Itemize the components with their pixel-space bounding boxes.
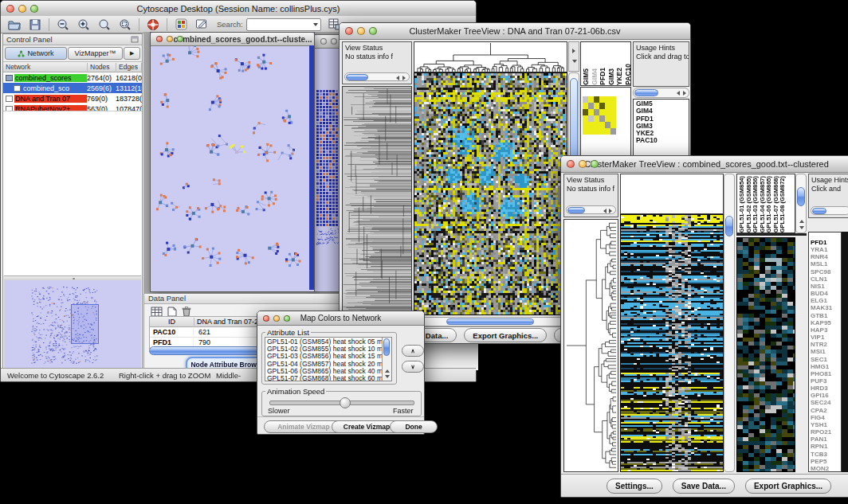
close-icon[interactable] [156,36,163,42]
treeview1-button[interactable]: Export Graphics... [464,328,547,342]
heatmap-global-view[interactable] [414,72,567,315]
column-dendrogram-panel[interactable] [414,41,567,72]
scroll-down-icon[interactable] [385,375,390,378]
annotation-icon-button[interactable] [194,18,209,32]
scroll-up-icon[interactable] [799,220,804,223]
scroll-thumb[interactable] [634,89,658,96]
column-label[interactable]: PAC10 [625,64,632,85]
gene-label[interactable]: GTB1 [811,312,841,319]
row-dendrogram-panel[interactable] [563,219,618,472]
treeview2-button[interactable]: Settings... [607,479,662,494]
search-input[interactable] [246,18,321,31]
column-label[interactable]: GPL51-07 (GSM868) [773,176,779,232]
gene-label[interactable]: YRA1 [811,246,841,253]
zoom-window-icon[interactable] [177,36,183,42]
scroll-thumb[interactable] [812,208,826,214]
gene-label[interactable]: ELG1 [811,297,841,304]
treeview2-button[interactable]: Export Graphics... [745,479,831,494]
save-button[interactable] [28,18,42,32]
move-down-button[interactable]: ∨ [402,361,424,373]
tab-network[interactable]: Network [5,47,67,60]
move-up-button[interactable]: ∧ [402,345,424,357]
scroll-right-icon[interactable] [402,76,406,80]
tabs-overflow-button[interactable]: ▶ [124,47,140,60]
gene-label[interactable]: BUD4 [811,290,841,297]
column-label[interactable]: GPL51-02 (GSM855) [746,176,752,232]
gene-label[interactable]: TCB3 [811,451,841,458]
minimize-icon[interactable] [579,160,587,168]
row-dendrogram-canvas[interactable] [343,87,411,315]
gene-label[interactable]: PFD1 [811,239,841,246]
gene-label[interactable]: YSH1 [811,421,841,428]
minimize-icon[interactable] [18,5,26,13]
treeview2-titlebar[interactable]: ClusterMaker TreeView : combined_scores_… [561,156,848,173]
close-icon[interactable] [345,27,353,35]
column-label[interactable]: GPL51-01 (GSM854) [739,176,745,232]
minimize-icon[interactable] [273,315,280,322]
gene-label[interactable]: MON2 [811,465,841,472]
heatmap-vscrollbar[interactable] [724,174,735,472]
close-icon[interactable] [6,5,14,13]
gene-label[interactable]: SEC1 [811,356,841,363]
dialog-titlebar[interactable]: Map Colors to Network [257,311,424,326]
help-lifering-icon[interactable] [146,18,160,32]
usage-hscrollbar[interactable] [633,88,689,98]
row-dendrogram-canvas[interactable] [564,220,618,471]
zoom-selected-button[interactable] [118,18,132,32]
scroll-left-icon[interactable] [677,91,680,96]
gene-label[interactable]: PEP5 [811,458,841,465]
network-list-row[interactable]: DNA and Tran 07 769(0) 183728(0) [3,93,142,104]
column-label[interactable]: GPL51-08 (GSM872) [779,176,786,232]
gene-label[interactable]: HAP3 [811,326,841,334]
float-panel-icon[interactable] [131,36,139,43]
gene-label[interactable]: PHO81 [811,370,841,377]
gene-label[interactable]: MSL1 [811,260,841,268]
gene-label[interactable]: NTR2 [811,341,841,348]
heatmap-hscrollbar[interactable] [414,317,567,326]
row-dendrogram-panel[interactable] [342,86,412,315]
gene-label[interactable]: MSI1 [811,348,841,355]
birdseye-viewport-rect[interactable] [71,304,99,344]
treeview1-titlebar[interactable]: ClusterMaker TreeView : DNA and Tran 07-… [340,23,690,40]
column-label[interactable]: PFD1 [599,68,607,85]
open-file-button[interactable] [7,18,22,32]
scroll-up-icon[interactable] [385,369,390,373]
network-window-titlebar[interactable]: combined_scores_good.txt--cluste... [151,33,314,46]
zoom-window-icon[interactable] [369,27,377,35]
col-id[interactable]: ID [150,318,194,326]
gene-label[interactable]: RPO21 [811,428,841,436]
gene-label[interactable]: CPA2 [811,407,841,414]
scroll-right-icon[interactable] [572,49,575,53]
gene-label[interactable]: PUF3 [811,377,841,385]
column-label[interactable]: GIM4 [591,68,599,85]
zoom-window-icon[interactable] [30,5,38,13]
column-label[interactable]: YKE2 [616,68,623,85]
zoom-heatmap-panel[interactable] [736,237,795,472]
heatmap-canvas[interactable] [621,215,723,471]
usage-hscrollbar[interactable] [811,206,848,215]
view-status-hscrollbar[interactable] [344,72,410,81]
network-list-row[interactable]: combined_sco 2569(6) 13112(15) [3,83,142,93]
close-icon[interactable] [263,315,269,322]
network-window-scrollbar[interactable] [309,45,314,290]
column-label[interactable]: GPL51-04 (GSM857) [760,176,766,232]
scroll-left-icon[interactable] [396,76,399,80]
zoom-window-icon[interactable] [591,160,599,168]
column-dendrogram-canvas[interactable] [414,42,567,72]
zoom-window-icon[interactable] [284,315,290,322]
gene-label[interactable]: NIS1 [811,283,841,290]
birdseye-view[interactable] [4,280,141,369]
gene-label[interactable]: PAC10 [636,137,689,144]
scroll-thumb[interactable] [446,318,534,325]
gene-label[interactable]: SEC24 [811,399,841,406]
zoom-heatmap-matrix[interactable] [583,96,616,135]
search-dropdown-icon[interactable] [313,23,318,26]
vizmapper-icon-button[interactable] [174,18,188,32]
minimize-icon[interactable] [331,38,337,45]
column-dendrogram-panel[interactable] [620,174,724,214]
gene-label[interactable]: FIG4 [811,414,841,421]
column-label[interactable]: GIM5 [583,68,590,85]
main-titlebar[interactable]: Cytoscape Desktop (Session Name: collins… [1,1,476,17]
column-label[interactable]: GPL51-03 (GSM856) [752,176,759,232]
tab-vizmapper[interactable]: VizMapper™ [68,47,124,60]
